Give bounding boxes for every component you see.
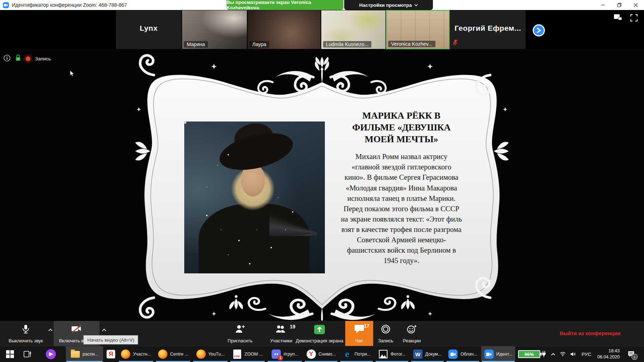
meeting-toolbar: Выключить звук Включить видео Начать вид… — [0, 321, 644, 346]
taskbar-app-zoom-meeting[interactable]: Идент... — [481, 346, 515, 362]
reactions-smiley-icon — [407, 324, 417, 334]
windows-taskbar: распи... Я Участн... Centre ... YouTu...… — [0, 346, 644, 362]
reactions-label: Реакции — [398, 338, 425, 343]
taskbar-app-discord[interactable]: 1 #груп... — [267, 346, 303, 362]
wifi-icon[interactable] — [558, 346, 568, 362]
video-options-caret[interactable] — [102, 327, 107, 333]
chat-count-badge: 17 — [364, 323, 370, 329]
edge-browser-icon: e — [345, 349, 350, 359]
zoom-app-icon — [484, 349, 494, 359]
start-button[interactable] — [3, 346, 17, 362]
participant-name: Lynx — [116, 24, 181, 33]
taskbar-app-label: Потря... — [355, 352, 371, 357]
view-settings-button[interactable]: Настройки просмотра — [344, 0, 433, 10]
leave-meeting-button[interactable]: Выйти из конференции — [557, 321, 623, 346]
chat-button[interactable]: 17 Чат — [345, 321, 373, 346]
participant-name: Лаура — [249, 41, 269, 48]
participant-tile-lynx[interactable]: Lynx — [116, 10, 182, 49]
speaker-icon[interactable] — [568, 346, 578, 362]
taskbar-app-photos[interactable]: Фотог... — [375, 346, 409, 362]
microphone-icon — [21, 324, 30, 334]
taskbar-app-label: распи... — [83, 352, 98, 357]
minimize-button[interactable] — [595, 0, 611, 10]
participant-tile-georgiy[interactable]: Георгий Ефрем... — [450, 10, 526, 49]
taskbar-app-word[interactable]: W Докум... — [410, 346, 444, 362]
language-indicator[interactable]: РУС — [580, 346, 593, 362]
system-clock[interactable]: 18:43 06.04.2020 — [594, 346, 620, 362]
battery-indicator[interactable]: 96% — [518, 350, 540, 358]
fullscreen-icon[interactable] — [630, 14, 638, 23]
participant-tile-veronica[interactable]: Veronica Kozhev... — [386, 10, 450, 49]
firefox-icon — [121, 349, 130, 359]
marika-rokk-portrait — [184, 122, 325, 273]
discord-badge: 1 — [278, 355, 283, 361]
mute-button[interactable]: Выключить звук — [3, 321, 49, 346]
window-controls — [595, 0, 644, 10]
word-app-icon: W — [413, 349, 423, 359]
close-button[interactable] — [628, 0, 644, 10]
taskbar-app-firefox-3[interactable]: YouTu... — [192, 346, 228, 362]
invite-label: Пригласить — [219, 338, 262, 343]
taskbar-app-edge[interactable]: e Потря... — [340, 346, 374, 362]
taskbar-app-label: ZOOM ... — [244, 352, 263, 357]
taskbar-app-zoom-cloud[interactable]: Облач... — [446, 346, 480, 362]
info-icon[interactable] — [4, 55, 10, 63]
taskbar-app-yandex-browser[interactable]: Y Снимо... — [304, 346, 338, 362]
invite-button[interactable]: Пригласить — [219, 321, 262, 346]
pdf-document-icon: PDF — [233, 349, 241, 359]
taskbar-app-firefox-1[interactable]: Участн... — [118, 346, 154, 362]
taskbar-app-label: #груп... — [283, 352, 298, 357]
recording-label: Запись — [35, 56, 51, 61]
participants-icon — [275, 324, 287, 334]
chat-label: Чат — [345, 338, 373, 343]
record-label: Запись — [373, 338, 398, 343]
slide-body: Михаил Ромм назвал актрису «главной звез… — [341, 152, 462, 266]
slide-title: МАРИКА РЁКК В ФИЛЬМЕ «ДЕВУШКА МОЕЙ МЕЧТЫ… — [350, 110, 453, 145]
participant-tile-marina[interactable]: Марина — [182, 10, 247, 49]
taskbar-app-label: Снимо... — [318, 352, 336, 357]
clock-time: 18:43 — [609, 348, 620, 354]
viewing-screen-banner: Вы просматриваете экран Veronica Kozhevn… — [226, 0, 343, 10]
next-participants-button[interactable] — [533, 24, 545, 36]
participant-tile-ludmila[interactable]: Ludmila Kusnezo... — [321, 10, 386, 49]
share-screen-label: Демонстрация экрана — [294, 338, 345, 343]
start-video-tooltip: Начать видео (Alt+V) — [83, 335, 138, 344]
taskbar-app-label: Облач... — [460, 352, 477, 357]
meeting-indicators: Запись — [4, 54, 51, 63]
encryption-lock-icon[interactable] — [15, 54, 21, 63]
participant-tile-laura[interactable]: Лаура — [247, 10, 321, 49]
task-view-button[interactable] — [21, 346, 35, 362]
notification-count-badge: 1 — [631, 354, 638, 360]
mic-muted-icon — [453, 39, 458, 47]
audio-options-caret[interactable] — [48, 327, 53, 333]
title-bar: Идентификатор конференции Zoom: 468-788-… — [0, 0, 644, 10]
taskbar-app-label: Идент... — [496, 352, 512, 357]
clock-date: 06.04.2020 — [597, 354, 620, 360]
reactions-button[interactable]: Реакции — [398, 321, 425, 346]
taskbar-app-folder[interactable]: распи... — [66, 346, 103, 362]
action-center-button[interactable]: 1 — [623, 346, 639, 362]
yandex-browser-icon: Y — [307, 349, 316, 359]
windows-start-icon — [6, 350, 14, 358]
photos-app-icon — [379, 350, 387, 358]
alice-assistant-button[interactable] — [42, 346, 59, 362]
taskbar-app-firefox-2[interactable]: Centre ... — [155, 346, 191, 362]
speaker-view-icon[interactable] — [614, 14, 623, 23]
power-plug-icon[interactable] — [539, 346, 548, 362]
share-screen-button[interactable]: Демонстрация экрана — [294, 321, 345, 346]
restore-button[interactable] — [611, 0, 628, 10]
chevron-right-icon — [537, 28, 541, 33]
meeting-id-label: Идентификатор конференции Zoom: 468-788-… — [12, 2, 127, 8]
chevron-up-icon — [48, 328, 53, 332]
invite-person-icon — [235, 324, 245, 334]
taskbar-app-pdf[interactable]: PDF ZOOM ... — [230, 346, 265, 362]
mouse-cursor — [70, 70, 75, 77]
chevron-down-icon — [414, 4, 418, 6]
zoom-app-icon — [448, 349, 458, 359]
folder-icon — [71, 351, 80, 358]
firefox-icon — [158, 349, 167, 359]
tray-chevron-up-icon[interactable] — [548, 346, 558, 362]
taskbar-app-yandex-pinned[interactable]: Я — [104, 346, 117, 362]
record-button[interactable]: Запись — [373, 321, 398, 346]
strip-view-controls — [614, 14, 638, 23]
